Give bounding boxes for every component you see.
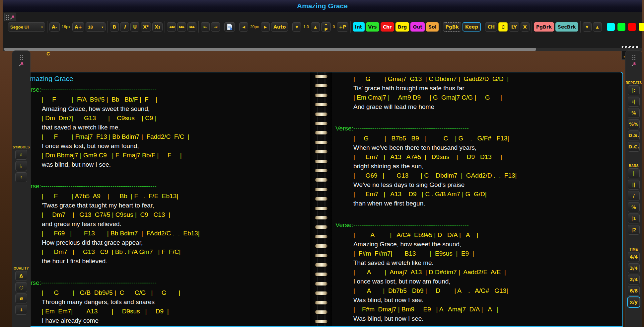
- chord-line[interactable]: | Em7 | A13 D9 | C . G/B Am7 | G G/D|: [353, 190, 622, 199]
- repeat-end-button[interactable]: :|: [628, 97, 640, 107]
- insert-page-break-button[interactable]: PgBrk: [534, 22, 554, 32]
- repeat-bar-button[interactable]: %: [628, 108, 640, 118]
- diminished-quality-button[interactable]: ○: [15, 282, 27, 292]
- lyric-line[interactable]: I have already come: [42, 316, 310, 325]
- section-intro-button[interactable]: Int: [353, 22, 365, 32]
- augmented-quality-button[interactable]: +: [15, 305, 27, 315]
- dal-segno-button[interactable]: D.S.: [628, 130, 640, 140]
- clear-button[interactable]: X: [521, 22, 530, 32]
- lyric-line[interactable]: I once was lost, but now am found,: [353, 277, 622, 286]
- chord-line[interactable]: | G | Gmaj7 G13 | C Dbdim7 | Gadd2/D G/D…: [353, 74, 622, 84]
- italic-button[interactable]: I: [120, 22, 129, 32]
- color-swatch-red[interactable]: [628, 23, 636, 31]
- chord-line[interactable]: | Dm Bbmaj7 | Gm9 C9 | F Fmaj7 Bb/F | F …: [42, 151, 310, 160]
- time-3-4-button[interactable]: 3/4: [628, 263, 640, 273]
- lyric-line[interactable]: and grace my fears relieved.: [42, 219, 310, 229]
- lyric-line[interactable]: 'Twas grace that taught my heart to fear…: [42, 201, 310, 210]
- right-page[interactable]: | G | Gmaj7 G13 | C Dbdim7 | Gadd2/D G/D…: [332, 72, 622, 326]
- lyric-line[interactable]: Was blind, but now I see.: [353, 295, 622, 305]
- indent-right-button[interactable]: ⇥: [211, 22, 220, 32]
- chord-line[interactable]: | Dm Dm7| G13 | C9sus | C9 |: [42, 114, 310, 123]
- shift-right-button[interactable]: ▶▶▶: [177, 22, 186, 32]
- chord-line[interactable]: | F69 | F13 | Bb Bdim7 | FAdd2/C . . Eb1…: [42, 229, 310, 238]
- double-barline-button[interactable]: ||: [628, 180, 640, 190]
- chord-line[interactable]: | F | Fmaj7 F13 | Bb Bdim7 | Fadd2/C F/C…: [42, 132, 310, 141]
- first-ending-button[interactable]: |1: [628, 213, 640, 223]
- music-note-button[interactable]: ♫: [498, 22, 507, 32]
- section-solo-button[interactable]: Sol: [426, 22, 439, 32]
- padding-increase-button[interactable]: +P: [337, 22, 348, 32]
- spacing-up-button[interactable]: ▲: [311, 22, 320, 32]
- major7-quality-button[interactable]: Δ: [15, 271, 27, 281]
- lyric-line[interactable]: Amazing Grace, how sweet the sound,: [353, 240, 622, 249]
- second-ending-button[interactable]: |2: [628, 225, 640, 235]
- section-verse-button[interactable]: Vrs: [366, 22, 379, 32]
- slash-button[interactable]: /: [628, 191, 640, 201]
- lyric-line[interactable]: When we've been there ten thousand years…: [353, 143, 622, 152]
- toolbar-grip-tab[interactable]: [4, 13, 16, 21]
- drag-handle-icon[interactable]: [20, 55, 23, 60]
- natural-button[interactable]: ♮: [15, 172, 27, 182]
- chord-line[interactable]: | Em Cmaj7 | Am9 D9 | G Gmaj7 C/G | G |: [353, 93, 622, 102]
- pin-button[interactable]: [19, 61, 24, 66]
- sharp-button[interactable]: ♯: [15, 150, 27, 160]
- font-increase-button[interactable]: A+: [72, 22, 85, 32]
- lyric-line[interactable]: the hour I first believed.: [42, 257, 310, 266]
- lyrics-mode-button[interactable]: LY: [509, 22, 519, 32]
- left-page[interactable]: Amazing Grace Verse:--------------------…: [21, 72, 310, 326]
- lyric-line[interactable]: And grace will lead me home: [353, 102, 622, 112]
- percent-button[interactable]: %: [628, 202, 640, 212]
- da-capo-button[interactable]: D.C.: [628, 142, 640, 152]
- margin-decrease-button[interactable]: ◀: [239, 22, 248, 32]
- underline-button[interactable]: U: [130, 22, 139, 32]
- indent-left-button[interactable]: ⇤: [201, 22, 210, 32]
- chord-line[interactable]: | F#m Dmaj7 | Bm9 E9 | A Amaj7 D/A | A |: [353, 305, 622, 314]
- shift-left-button[interactable]: ◀◀◀: [167, 22, 176, 32]
- section-bridge-button[interactable]: Brg: [395, 22, 409, 32]
- move-down-button[interactable]: ▼: [583, 22, 592, 32]
- lyric-line[interactable]: than when we first begun.: [353, 199, 622, 208]
- chord-line[interactable]: | G69 | G13 | C Dbdim7 | GAdd2/D . . F13…: [353, 171, 622, 180]
- keep-together-button[interactable]: Keep: [463, 22, 481, 32]
- horizontal-scrollbar-thumb[interactable]: [4, 48, 536, 51]
- lyric-line[interactable]: That saved a wretch like me.: [353, 258, 622, 268]
- lyric-line[interactable]: Amazing Grace, how sweet the sound,: [42, 104, 310, 114]
- lyric-line[interactable]: We've no less days to sing God's praise: [353, 180, 622, 190]
- lyric-line[interactable]: bright shining as the sun,: [353, 162, 622, 171]
- document-setup-button[interactable]: [224, 22, 235, 32]
- repeat-two-bars-button[interactable]: %%: [628, 119, 640, 129]
- insert-section-break-button[interactable]: SecBrk: [555, 22, 578, 32]
- lyric-line[interactable]: was blind, but now I see.: [42, 160, 310, 169]
- chord-line[interactable]: | Dm7 | G13 G7#5 | C9sus | C9 C13 |: [42, 210, 310, 219]
- chord-line[interactable]: | F | F/A B9#5 | Bb Bb/F | F |: [42, 95, 310, 104]
- pin-button[interactable]: [631, 61, 636, 66]
- lyric-line[interactable]: Through many dangers, toils and snares: [42, 297, 310, 307]
- move-up-button[interactable]: ▲: [593, 22, 602, 32]
- time-custom-button[interactable]: x/y: [628, 297, 640, 307]
- auto-button[interactable]: Auto: [271, 22, 288, 32]
- font-decrease-button[interactable]: A-: [49, 22, 60, 32]
- section-chorus-button[interactable]: Chr: [381, 22, 394, 32]
- lyric-line[interactable]: Tis' grace hath brought me safe thus far: [353, 84, 622, 93]
- lyric-line[interactable]: How precious did that grace appear,: [42, 238, 310, 247]
- color-swatch-cyan[interactable]: [607, 23, 615, 31]
- drag-handle-icon[interactable]: [6, 15, 9, 20]
- margin-increase-button[interactable]: ▶: [261, 22, 270, 32]
- chord-line[interactable]: | G | G/B Db9#5 | C C/G | G |: [42, 288, 310, 297]
- chord-line[interactable]: | A | Db7b5 Db9 | D | A . A/G# G13|: [353, 286, 622, 295]
- time-6-8-button[interactable]: 6/8: [628, 286, 640, 296]
- bold-button[interactable]: B: [110, 22, 119, 32]
- chord-line[interactable]: | Dm7 | G13 C9 | Bb . F/A Gm7 | F F/C|: [42, 247, 310, 257]
- section-outro-button[interactable]: Out: [410, 22, 425, 32]
- color-swatch-yellow[interactable]: [638, 23, 644, 31]
- pin-icon[interactable]: [10, 15, 15, 20]
- time-2-4-button[interactable]: 2/4: [628, 275, 640, 285]
- font-family-select[interactable]: Segoe UI▾: [8, 22, 45, 32]
- chord-line[interactable]: | A | A/C# Eb9#5 | D D/A | A |: [353, 230, 622, 240]
- subscript-button[interactable]: X₂: [152, 22, 163, 32]
- chord-line[interactable]: | Em7 | A13 A7#5 | D9sus | D9 D13 |: [353, 152, 622, 162]
- color-swatch-green[interactable]: [617, 23, 626, 31]
- half-diminished-quality-button[interactable]: ø: [15, 293, 27, 303]
- chord-line[interactable]: | Em Em7| A13 | D9sus | D9 |: [42, 307, 310, 316]
- chord-line[interactable]: | G | B7b5 B9 | C | G . G/F# F13|: [353, 134, 622, 143]
